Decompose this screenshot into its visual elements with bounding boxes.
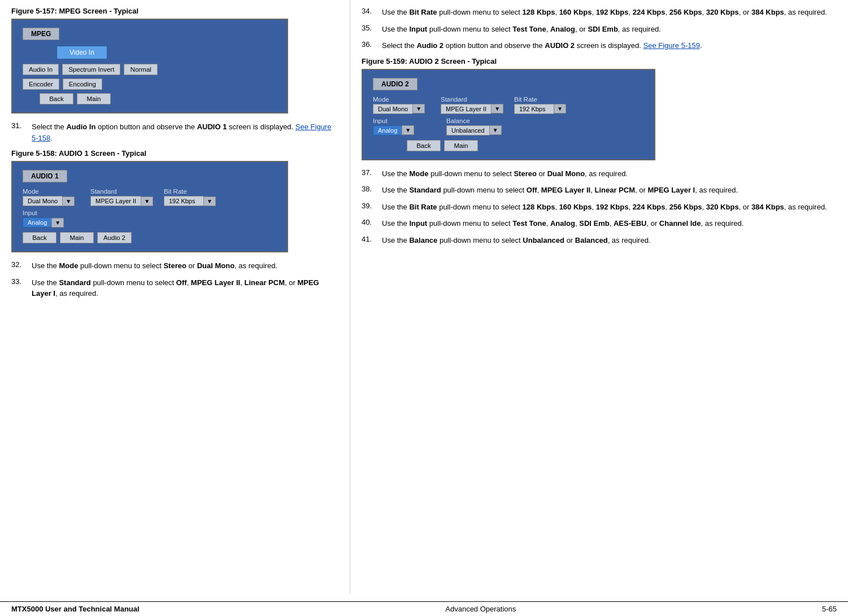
encoder-button[interactable]: Encoder	[23, 78, 59, 90]
videoin-button[interactable]: Video In	[56, 46, 107, 59]
fig159-title: Figure 5-159: AUDIO 2 Screen - Typical	[362, 57, 837, 65]
encoding-button[interactable]: Encoding	[63, 78, 102, 90]
item-41: 41. Use the Balance pull-down menu to se…	[362, 235, 837, 246]
audio1-standard-value: MPEG Layer II	[90, 196, 141, 206]
item-39: 39. Use the Bit Rate pull-down menu to s…	[362, 202, 837, 213]
audio1-back-button[interactable]: Back	[23, 232, 56, 243]
audio2-bitrate-dropdown[interactable]: 192 Kbps ▼	[514, 104, 566, 114]
audio2-mode-arrow[interactable]: ▼	[412, 104, 425, 113]
mpeg-main-button[interactable]: Main	[77, 93, 111, 104]
audio2-screen-figure: AUDIO 2 Mode Dual Mono ▼ Standard MPEG L…	[362, 69, 655, 160]
audio1-standard-dropdown[interactable]: MPEG Layer II ▼	[90, 196, 158, 206]
audio2-input-value: Analog	[373, 125, 402, 136]
fig159-link[interactable]: See Figure 5-159	[643, 41, 700, 50]
audio2-mode-label: Mode	[373, 96, 435, 103]
audio1-screen-title: AUDIO 1	[23, 170, 67, 182]
audio1-input-label: Input	[23, 209, 85, 216]
audio2-back-button[interactable]: Back	[407, 140, 441, 151]
audioin-button[interactable]: Audio In	[23, 64, 59, 75]
audio2-bitrate-value: 192 Kbps	[514, 104, 554, 114]
audio2-balance-arrow[interactable]: ▼	[489, 125, 502, 135]
audio1-mode-dropdown[interactable]: Dual Mono ▼	[23, 196, 85, 206]
audio2-standard-label: Standard	[441, 96, 508, 103]
audio1-standard-arrow[interactable]: ▼	[141, 196, 153, 206]
audio1-screen-figure: AUDIO 1 Mode Dual Mono ▼ Standard MPEG L…	[11, 161, 288, 252]
audio2-bitrate-arrow[interactable]: ▼	[554, 104, 566, 113]
item-33: 33. Use the Standard pull-down menu to s…	[11, 277, 338, 299]
fig158-title: Figure 5-158: AUDIO 1 Screen - Typical	[11, 149, 338, 158]
audio1-bitrate-arrow[interactable]: ▼	[203, 196, 216, 206]
item-35: 35. Use the Input pull-down menu to sele…	[362, 24, 837, 35]
footer-left: MTX5000 User and Technical Manual	[11, 605, 140, 613]
audio2-standard-value: MPEG Layer II	[441, 104, 491, 114]
audio1-input-arrow[interactable]: ▼	[51, 218, 64, 228]
item-31: 31. Select the Audio In option button an…	[11, 121, 338, 143]
item-38: 38. Use the Standard pull-down menu to s…	[362, 185, 837, 196]
audio2-standard-arrow[interactable]: ▼	[491, 104, 503, 113]
audio1-mode-arrow[interactable]: ▼	[62, 196, 75, 206]
item-37: 37. Use the Mode pull-down menu to selec…	[362, 168, 837, 180]
audio2-input-dropdown[interactable]: Analog ▼	[373, 125, 435, 136]
mpeg-screen-figure: MPEG Video In Audio In Spectrum Invert N…	[11, 19, 288, 113]
audio2-balance-value: Unbalanced	[446, 125, 489, 136]
mpeg-back-button[interactable]: Back	[40, 93, 73, 104]
item-36: 36. Select the Audio 2 option button and…	[362, 40, 837, 51]
item-32: 32. Use the Mode pull-down menu to selec…	[11, 260, 338, 272]
audio2-standard-dropdown[interactable]: MPEG Layer II ▼	[441, 104, 508, 114]
footer: MTX5000 User and Technical Manual Advanc…	[0, 601, 848, 616]
audio2-balance-label: Balance	[446, 117, 514, 124]
audio1-bitrate-value: 192 Kbps	[164, 196, 203, 206]
audio1-main-button[interactable]: Main	[60, 232, 94, 243]
fig157-title: Figure 5-157: MPEG Screen - Typical	[11, 7, 338, 15]
spectrum-invert-button[interactable]: Spectrum Invert	[62, 64, 120, 75]
audio1-bitrate-label: Bit Rate	[164, 188, 216, 195]
audio1-mode-value: Dual Mono	[23, 196, 62, 206]
audio1-input-dropdown[interactable]: Analog ▼	[23, 217, 85, 228]
audio2-mode-value: Dual Mono	[373, 104, 412, 114]
footer-right: 5-65	[822, 605, 837, 613]
audio1-standard-label: Standard	[90, 188, 158, 195]
audio1-audio2-button[interactable]: Audio 2	[97, 232, 132, 243]
audio2-input-label: Input	[373, 117, 435, 124]
normal-button[interactable]: Normal	[124, 64, 158, 75]
audio1-bitrate-dropdown[interactable]: 192 Kbps ▼	[164, 196, 216, 206]
mpeg-screen-title: MPEG	[23, 28, 59, 40]
audio1-input-value: Analog	[23, 217, 51, 228]
audio2-input-arrow[interactable]: ▼	[402, 125, 414, 135]
audio2-balance-dropdown[interactable]: Unbalanced ▼	[446, 125, 514, 136]
audio2-main-button[interactable]: Main	[444, 140, 478, 151]
footer-center: Advanced Operations	[445, 605, 516, 613]
item-34: 34. Use the Bit Rate pull-down menu to s…	[362, 7, 837, 18]
audio2-screen-title: AUDIO 2	[373, 78, 418, 90]
audio2-mode-dropdown[interactable]: Dual Mono ▼	[373, 104, 435, 114]
audio2-bitrate-label: Bit Rate	[514, 96, 566, 103]
audio1-mode-label: Mode	[23, 188, 85, 195]
item-40: 40. Use the Input pull-down menu to sele…	[362, 218, 837, 229]
